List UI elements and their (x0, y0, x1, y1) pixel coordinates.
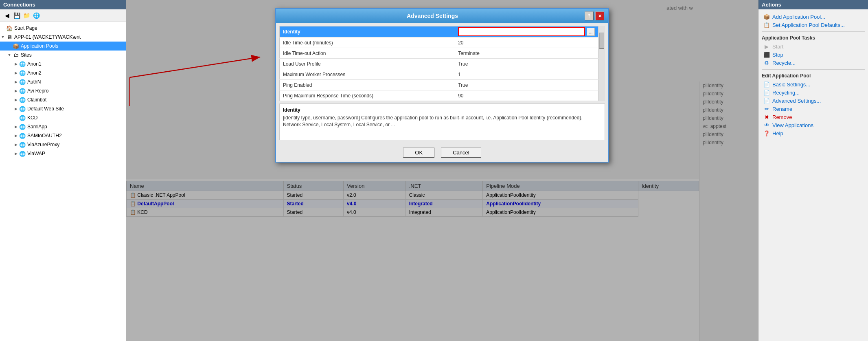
connections-toolbar: ◀ 💾 📁 🌐 (0, 9, 126, 22)
tree-item-claimbot[interactable]: ▶ 🌐 Claimbot (0, 95, 126, 104)
action-item-view-applications[interactable]: 👁View Applications (762, 121, 865, 129)
tree-label-viaazureproxy: ViaAzureProxy (27, 142, 59, 147)
help-button[interactable]: ? (585, 11, 594, 20)
tree-expand-authn[interactable]: ▶ (13, 80, 19, 84)
actions-header: Actions (758, 0, 868, 9)
action-label: Advanced Settings... (772, 98, 821, 104)
tree-icon-viawap: 🌐 (19, 150, 26, 157)
tree-icon-samtooauth2: 🌐 (19, 132, 26, 139)
tree-label-sites: Sites (21, 52, 32, 58)
tree-icon-anon2: 🌐 (19, 69, 26, 77)
tree-item-kcd[interactable]: 🌐 KCD (0, 113, 126, 122)
ellipsis-button[interactable]: ... (587, 28, 595, 36)
action-item-rename[interactable]: ✏Rename (762, 105, 865, 113)
action-item-recycle-[interactable]: ♻Recycle... (762, 59, 865, 67)
tree-item-samlapp[interactable]: ▶ 🌐 SamlApp (0, 122, 126, 131)
tree-label-kcd: KCD (27, 115, 37, 121)
tree-expand-app-pools[interactable] (7, 44, 12, 48)
setting-value-6: 90 (455, 90, 598, 101)
modal-controls: ? ✕ (585, 11, 604, 20)
back-button[interactable]: ◀ (2, 11, 11, 20)
setting-value-0: wacketywack\svc_apptest ... (455, 26, 598, 37)
actions-content: 📦Add Application Pool...📋Set Application… (758, 9, 868, 141)
tree-item-avirepro[interactable]: ▶ 🌐 Avi Repro (0, 86, 126, 95)
tree-item-app-pools[interactable]: 📦 Application Pools (0, 42, 126, 51)
tree-expand-sites[interactable]: ▼ (7, 53, 12, 57)
description-box: Identity [identityType, username, passwo… (279, 103, 605, 140)
tree-item-samtooauth2[interactable]: ▶ 🌐 SAMtoOAUTH2 (0, 131, 126, 140)
save-button[interactable]: 💾 (12, 11, 21, 20)
action-item-help[interactable]: ❓Help (762, 129, 865, 137)
tree-label-start-page: Start Page (14, 25, 37, 31)
action-label: Recycling... (772, 90, 800, 96)
tree-label-viawap: ViaWAP (27, 151, 45, 156)
scrollbar[interactable] (598, 26, 605, 101)
tree-item-app01[interactable]: ▼ 🖥 APP-01 (WACKETYWACK\ent (0, 33, 126, 42)
action-icon: 📄 (763, 81, 770, 88)
tree-expand-app01[interactable]: ▼ (0, 35, 6, 39)
tree-expand-anon2[interactable]: ▶ (13, 71, 19, 75)
tree-item-viaazureproxy[interactable]: ▶ 🌐 ViaAzureProxy (0, 140, 126, 149)
action-label: Set Application Pool Defaults... (772, 22, 845, 28)
tree-expand-viaazureproxy[interactable]: ▶ (13, 143, 19, 147)
tree-item-anon2[interactable]: ▶ 🌐 Anon2 (0, 68, 126, 77)
tree-expand-anon1[interactable]: ▶ (13, 62, 19, 66)
actions-title: Actions (762, 2, 781, 8)
identity-value-cell: wacketywack\svc_apptest ... (458, 27, 595, 36)
action-link-add-application-pool-[interactable]: 📦Add Application Pool... (762, 13, 865, 21)
action-item-recycling-[interactable]: 📄Recycling... (762, 88, 865, 97)
setting-value-3: True (455, 59, 598, 69)
globe-button[interactable]: 🌐 (32, 11, 41, 20)
connections-header: Connections (0, 0, 126, 9)
divider (762, 69, 865, 70)
tree-expand-start-page[interactable] (0, 26, 6, 30)
tree-expand-samtooauth2[interactable]: ▶ (13, 134, 19, 138)
tree-expand-viawap[interactable]: ▶ (13, 152, 19, 156)
tree-label-anon1: Anon1 (27, 61, 42, 67)
action-label: View Applications (772, 122, 813, 128)
tree-label-app01: APP-01 (WACKETYWACK\ent (14, 34, 81, 40)
tree-expand-claimbot[interactable]: ▶ (13, 98, 19, 102)
action-item-stop[interactable]: ⬛Stop (762, 51, 865, 59)
tree-icon-avirepro: 🌐 (19, 87, 26, 95)
tree-item-authn[interactable]: ▶ 🌐 AuthN (0, 77, 126, 86)
tree-expand-kcd[interactable] (13, 116, 19, 120)
setting-label-5: Ping Enabled (280, 80, 455, 90)
modal-overlay: Advanced Settings ? ✕ Identity wacketywa… (126, 0, 758, 341)
action-item-basic-settings-[interactable]: 📄Basic Settings... (762, 80, 865, 88)
action-item-remove[interactable]: ✖Remove (762, 113, 865, 121)
action-item-advanced-settings-[interactable]: 📄Advanced Settings... (762, 97, 865, 105)
tree-item-start-page[interactable]: 🏠 Start Page (0, 24, 126, 33)
tree-item-anon1[interactable]: ▶ 🌐 Anon1 (0, 59, 126, 68)
tree-icon-samlapp: 🌐 (19, 123, 26, 130)
tree-label-claimbot: Claimbot (27, 97, 46, 103)
setting-label-1: Idle Time-out (minutes) (280, 37, 455, 48)
tree-item-defaultwebsite[interactable]: ▶ 🌐 Default Web Site (0, 104, 126, 113)
action-label: Stop (772, 52, 783, 58)
close-button[interactable]: ✕ (595, 11, 604, 20)
tree-icon-app01: 🖥 (6, 33, 13, 41)
tree-icon-claimbot: 🌐 (19, 96, 26, 103)
tree-icon-app-pools: 📦 (12, 42, 20, 50)
action-icon: ⬛ (763, 51, 770, 58)
tree-label-anon2: Anon2 (27, 70, 42, 76)
cancel-button[interactable]: Cancel (441, 147, 481, 158)
settings-table: Identity wacketywack\svc_apptest ... Idl… (279, 26, 598, 101)
folder-button[interactable]: 📁 (22, 11, 31, 20)
ok-button[interactable]: OK (403, 147, 434, 158)
tree-item-viawap[interactable]: ▶ 🌐 ViaWAP (0, 149, 126, 158)
tree-icon-authn: 🌐 (19, 78, 26, 86)
tree-label-avirepro: Avi Repro (27, 88, 48, 94)
main-layout: Connections ◀ 💾 📁 🌐 🏠 Start Page ▼ 🖥 APP… (0, 0, 868, 341)
tree-label-defaultwebsite: Default Web Site (27, 106, 64, 112)
setting-label-4: Maximum Worker Processes (280, 69, 455, 80)
action-group-title: Application Pool Tasks (762, 35, 865, 41)
action-icon: 📄 (763, 97, 770, 104)
tree-expand-avirepro[interactable]: ▶ (13, 89, 19, 93)
tree-expand-defaultwebsite[interactable]: ▶ (13, 107, 19, 111)
setting-value-1: 20 (455, 37, 598, 48)
action-link-set-application-pool-defaults-[interactable]: 📋Set Application Pool Defaults... (762, 21, 865, 29)
tree-item-sites[interactable]: ▼ 🗂 Sites (0, 51, 126, 59)
tree-expand-samlapp[interactable]: ▶ (13, 125, 19, 129)
description-title: Identity (283, 107, 601, 113)
